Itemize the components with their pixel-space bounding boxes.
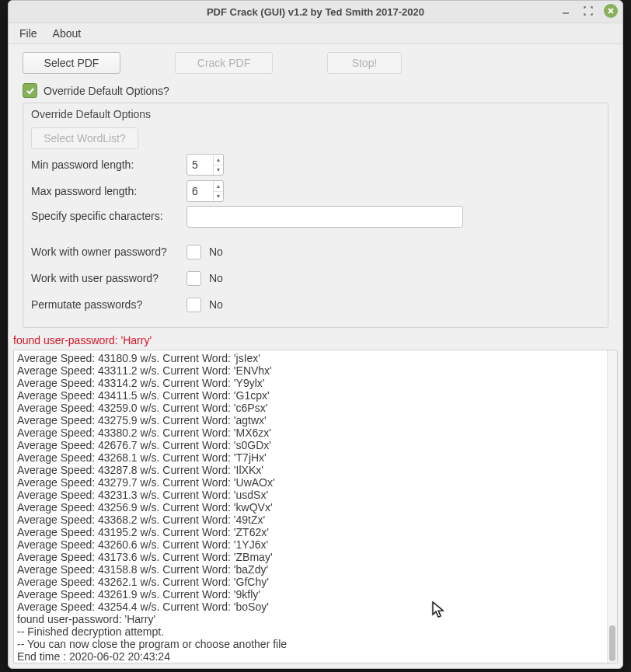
min-pwd-value: 5 — [187, 155, 213, 175]
check-icon — [26, 86, 35, 96]
content: Select PDF Crack PDF Stop! Override Defa… — [9, 44, 622, 668]
owner-pwd-checkbox[interactable] — [187, 245, 201, 259]
chevron-up-icon[interactable]: ▲ — [214, 181, 223, 191]
maximize-button[interactable] — [581, 5, 594, 18]
scrollbar-thumb[interactable] — [609, 625, 615, 661]
chevron-up-icon[interactable]: ▲ — [214, 155, 223, 165]
min-pwd-row: Min password length: 5 ▲ ▼ — [31, 153, 600, 176]
permutate-row: Permutate passwords? No — [31, 293, 600, 316]
specify-chars-label: Specify specific characters: — [31, 206, 187, 222]
owner-pwd-text: No — [209, 245, 223, 258]
min-pwd-spinner[interactable]: 5 ▲ ▼ — [187, 154, 224, 176]
stop-button[interactable]: Stop! — [327, 52, 402, 74]
status-line: found user-password: 'Harry' — [9, 329, 622, 350]
specify-chars-input[interactable] — [187, 206, 463, 228]
app-window: PDF Crack (GUI) v1.2 by Ted Smith 2017-2… — [8, 0, 623, 669]
minimize-button[interactable] — [559, 5, 572, 18]
select-wordlist-row: Select WordList? — [31, 127, 600, 150]
crack-pdf-button[interactable]: Crack PDF — [175, 52, 273, 74]
top-button-row: Select PDF Crack PDF Stop! — [9, 44, 622, 77]
titlebar: PDF Crack (GUI) v1.2 by Ted Smith 2017-2… — [9, 1, 622, 23]
override-row: Override Default Options? — [9, 77, 622, 103]
select-pdf-button[interactable]: Select PDF — [23, 52, 120, 74]
chevron-down-icon[interactable]: ▼ — [214, 191, 223, 202]
override-label: Override Default Options? — [44, 85, 169, 97]
select-wordlist-button[interactable]: Select WordList? — [31, 127, 138, 149]
max-pwd-row: Max password length: 6 ▲ ▼ — [31, 179, 600, 203]
specify-chars-row: Specify specific characters: — [31, 206, 600, 229]
owner-pwd-row: Work with owner password? No — [31, 240, 600, 263]
max-pwd-spinner[interactable]: 6 ▲ ▼ — [187, 180, 224, 202]
groupbox-legend: Override Default Options — [31, 108, 600, 120]
permutate-label: Permutate passwords? — [31, 298, 187, 311]
log-text[interactable]: Average Speed: 43180.9 w/s. Current Word… — [14, 350, 607, 663]
max-pwd-value: 6 — [187, 181, 213, 201]
menubar: File About — [9, 23, 622, 44]
max-pwd-label: Max password length: — [31, 185, 187, 197]
user-pwd-row: Work with user password? No — [31, 266, 600, 290]
window-title: PDF Crack (GUI) v1.2 by Ted Smith 2017-2… — [9, 6, 622, 18]
window-controls — [559, 4, 618, 18]
scrollbar[interactable] — [607, 350, 617, 663]
permutate-checkbox[interactable] — [187, 298, 201, 312]
close-button[interactable] — [604, 4, 618, 18]
log-area: Average Speed: 43180.9 w/s. Current Word… — [13, 350, 618, 663]
user-pwd-text: No — [209, 272, 223, 284]
menu-about[interactable]: About — [45, 24, 89, 43]
override-groupbox: Override Default Options Select WordList… — [23, 103, 608, 328]
min-pwd-label: Min password length: — [31, 158, 187, 171]
user-pwd-checkbox[interactable] — [187, 271, 201, 286]
chevron-down-icon[interactable]: ▼ — [214, 165, 223, 176]
owner-pwd-label: Work with owner password? — [31, 245, 187, 258]
menu-file[interactable]: File — [12, 24, 45, 43]
override-checkbox[interactable] — [23, 83, 37, 98]
permutate-text: No — [209, 298, 223, 311]
user-pwd-label: Work with user password? — [31, 272, 187, 284]
